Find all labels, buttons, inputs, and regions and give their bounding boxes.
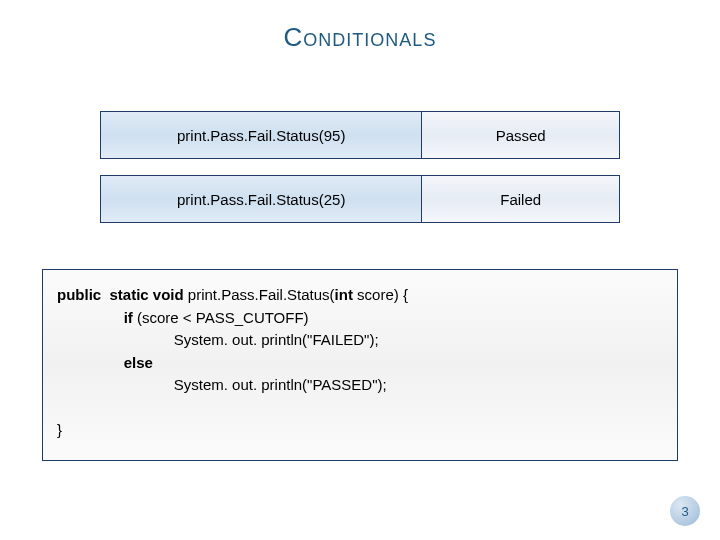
code-line: System. out. println("FAILED");	[57, 329, 663, 352]
code-line: else	[57, 352, 663, 375]
table-row: print.Pass.Fail.Status(95) Passed	[100, 111, 620, 159]
keyword: if	[124, 309, 137, 326]
keyword: else	[124, 354, 153, 371]
code-text: score) {	[357, 286, 408, 303]
code-text: (score < PASS_CUTOFF)	[137, 309, 309, 326]
page-number-badge: 3	[670, 496, 700, 526]
keyword: int	[335, 286, 358, 303]
example-call: print.Pass.Fail.Status(25)	[100, 175, 422, 223]
code-text: System. out. println("PASSED");	[174, 376, 387, 393]
method-name: print.Pass.Fail.Status(	[188, 286, 335, 303]
examples-table: print.Pass.Fail.Status(95) Passed print.…	[100, 111, 620, 223]
code-line: System. out. println("PASSED");	[57, 374, 663, 397]
example-result: Failed	[422, 175, 620, 223]
code-block: public static void print.Pass.Fail.Statu…	[42, 269, 678, 461]
slide: Conditionals print.Pass.Fail.Status(95) …	[0, 0, 720, 540]
page-number: 3	[681, 504, 688, 519]
code-line: }	[57, 419, 663, 442]
example-call: print.Pass.Fail.Status(95)	[100, 111, 422, 159]
slide-title: Conditionals	[36, 22, 684, 53]
code-text: System. out. println("FAILED");	[174, 331, 379, 348]
keyword: public static void	[57, 286, 188, 303]
code-line: public static void print.Pass.Fail.Statu…	[57, 284, 663, 307]
code-line	[57, 397, 663, 420]
code-line: if (score < PASS_CUTOFF)	[57, 307, 663, 330]
example-result: Passed	[422, 111, 620, 159]
table-row: print.Pass.Fail.Status(25) Failed	[100, 175, 620, 223]
